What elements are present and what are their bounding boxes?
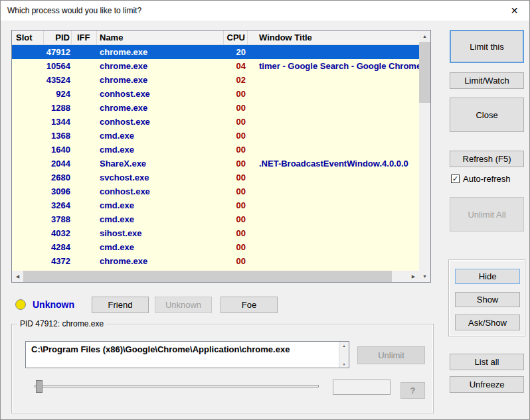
close-button[interactable]: Close	[450, 98, 524, 132]
auto-refresh-checkbox[interactable]: ✓	[451, 175, 460, 183]
process-row[interactable]: 924 conhost.exe 00	[12, 87, 419, 101]
process-row[interactable]: 10564 chrome.exe 04 timer - Google Searc…	[12, 59, 419, 73]
limit-this-button[interactable]: Limit this	[450, 30, 524, 63]
cell-iff	[72, 59, 97, 73]
iff-status-label: Unknown	[33, 299, 74, 310]
foe-button[interactable]: Foe	[221, 297, 278, 313]
cell-slot	[12, 45, 44, 59]
limit-value-input[interactable]	[333, 380, 391, 395]
process-row[interactable]: 1288 chrome.exe 00	[12, 101, 419, 115]
process-row[interactable]: 4032 sihost.exe 00	[12, 226, 419, 240]
cell-pid: 43524	[44, 73, 72, 87]
cell-name: sihost.exe	[97, 226, 224, 240]
check-icon: ✓	[452, 175, 458, 182]
cell-slot	[12, 184, 44, 198]
limit-watch-button[interactable]: Limit/Watch	[450, 72, 524, 89]
column-header-slot[interactable]: Slot	[12, 31, 44, 44]
process-row[interactable]: 1368 cmd.exe 00	[12, 129, 419, 143]
process-row[interactable]: 3788 cmd.exe 00	[12, 212, 419, 226]
ask-show-button[interactable]: Ask/Show	[455, 315, 520, 330]
scroll-down-icon[interactable]: ▼	[419, 271, 430, 282]
cell-name: conhost.exe	[97, 87, 224, 101]
visibility-groupbox: Hide Show Ask/Show	[448, 259, 525, 336]
cell-cpu: 00	[224, 157, 248, 171]
process-row[interactable]: 3096 conhost.exe 00	[12, 184, 419, 198]
cell-window-title	[248, 115, 419, 129]
cell-pid: 924	[44, 87, 72, 101]
limit-slider-track[interactable]	[35, 385, 319, 387]
column-header-name[interactable]: Name	[97, 31, 224, 44]
cell-window-title	[248, 101, 419, 115]
process-path-listbox[interactable]: C:\Program Files (x86)\Google\Chrome\App…	[25, 341, 349, 368]
process-path-text: C:\Program Files (x86)\Google\Chrome\App…	[31, 344, 337, 354]
column-header-iff[interactable]: IFF	[72, 31, 97, 44]
scroll-up-icon[interactable]: ▲	[419, 31, 430, 42]
target-process-groupbox: PID 47912: chrome.exe C:\Program Files (…	[11, 324, 434, 413]
cell-window-title	[248, 143, 419, 157]
cell-slot	[12, 240, 44, 254]
column-header-pid[interactable]: PID	[44, 31, 72, 44]
cell-iff	[72, 226, 97, 240]
cell-cpu: 00	[224, 129, 248, 143]
process-row[interactable]: 2680 svchost.exe 00	[12, 171, 419, 184]
unfreeze-button[interactable]: Unfreeze	[450, 376, 524, 393]
process-row[interactable]: 43524 chrome.exe 02	[12, 73, 419, 87]
cell-pid: 3096	[44, 184, 72, 198]
refresh-button[interactable]: Refresh (F5)	[450, 151, 524, 167]
process-list-rows: 47912 chrome.exe 20 10564 chrome.exe 04 …	[12, 45, 419, 271]
process-row[interactable]: 1344 conhost.exe 00	[12, 115, 419, 129]
vertical-scrollbar-thumb[interactable]	[419, 42, 430, 103]
horizontal-scrollbar[interactable]: ◀ ▶	[12, 271, 419, 282]
cell-name: svchost.exe	[97, 171, 224, 184]
cell-name: cmd.exe	[97, 240, 224, 254]
process-row[interactable]: 4372 chrome.exe 00	[12, 254, 419, 268]
cell-pid: 4032	[44, 226, 72, 240]
cell-cpu: 20	[224, 45, 248, 59]
cell-pid: 10564	[44, 59, 72, 73]
horizontal-scrollbar-thumb[interactable]	[23, 271, 392, 282]
process-row[interactable]: 4284 cmd.exe 00	[12, 240, 419, 254]
cell-slot	[12, 101, 44, 115]
close-icon[interactable]: ✕	[499, 1, 529, 21]
cell-window-title	[248, 212, 419, 226]
cell-slot	[12, 59, 44, 73]
process-row[interactable]: 1640 cmd.exe 00	[12, 143, 419, 157]
titlebar: Which process would you like to limit? ✕	[1, 1, 529, 21]
list-all-button[interactable]: List all	[450, 354, 524, 370]
cell-slot	[12, 87, 44, 101]
process-row[interactable]: 47912 chrome.exe 20	[12, 45, 419, 59]
show-button[interactable]: Show	[455, 292, 520, 307]
vertical-scrollbar[interactable]: ▲ ▼	[419, 31, 430, 282]
hide-button[interactable]: Hide	[455, 269, 520, 284]
cell-pid: 4284	[44, 240, 72, 254]
cell-iff	[72, 143, 97, 157]
cell-slot	[12, 171, 44, 184]
cell-window-title	[248, 129, 419, 143]
column-header-window-title[interactable]: Window Title	[248, 31, 419, 44]
cell-window-title	[248, 254, 419, 268]
cell-cpu: 00	[224, 143, 248, 157]
process-row[interactable]: 2044 ShareX.exe 00 .NET-BroadcastEventWi…	[12, 157, 419, 171]
pathbox-scroll-up-icon[interactable]: ▲	[339, 342, 349, 349]
cell-cpu: 00	[224, 87, 248, 101]
cell-cpu: 00	[224, 101, 248, 115]
column-header-cpu[interactable]: CPU	[224, 31, 248, 44]
limit-slider-thumb[interactable]	[36, 380, 43, 393]
process-row[interactable]: 3264 cmd.exe 00	[12, 198, 419, 212]
auto-refresh-row: ✓ Auto-refresh	[451, 173, 511, 184]
scroll-left-icon[interactable]: ◀	[12, 271, 23, 282]
scroll-right-icon[interactable]: ▶	[408, 271, 419, 282]
cell-window-title: timer - Google Search - Google Chrome	[248, 59, 419, 73]
pathbox-scroll-down-icon[interactable]: ▼	[339, 360, 349, 368]
iff-status-icon	[15, 299, 26, 310]
cell-slot	[12, 157, 44, 171]
friend-button[interactable]: Friend	[92, 297, 149, 313]
pathbox-scrollbar[interactable]: ▲ ▼	[339, 342, 349, 368]
cell-name: cmd.exe	[97, 143, 224, 157]
cell-cpu: 00	[224, 240, 248, 254]
cell-cpu: 00	[224, 115, 248, 129]
cell-slot	[12, 198, 44, 212]
cell-iff	[72, 212, 97, 226]
auto-refresh-label[interactable]: Auto-refresh	[463, 174, 511, 184]
cell-iff	[72, 101, 97, 115]
